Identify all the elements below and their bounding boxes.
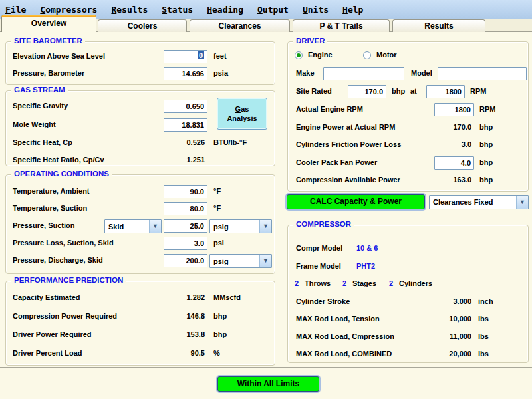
- within-all-limits-button[interactable]: Within All Limits: [217, 376, 319, 392]
- frame-model-value: PHT2: [356, 262, 375, 270]
- barometer-unit: psia: [213, 69, 228, 77]
- temp-suction-unit: °F: [213, 204, 221, 212]
- performance-prediction-group: PERFORMANCE PREDICTION Capacity Estimate…: [5, 281, 275, 366]
- chevron-down-icon: ▼: [259, 255, 271, 267]
- model-label: Model: [411, 69, 432, 77]
- capacity-estimated-label: Capacity Estimated: [13, 293, 80, 301]
- site-rated-rpm-input[interactable]: [426, 85, 465, 98]
- menu-status[interactable]: Status: [162, 5, 193, 15]
- specific-heat-ratio-label: Specific Heat Ratio, Cp/Cv: [13, 156, 104, 164]
- menu-file[interactable]: File: [5, 5, 26, 15]
- pressure-suction-unit-value: psig: [213, 223, 229, 231]
- gas-stream-title: GAS STREAM: [11, 86, 68, 94]
- fan-power-input[interactable]: [434, 156, 474, 170]
- model-input[interactable]: [438, 67, 527, 80]
- chevron-down-icon: ▼: [259, 220, 271, 233]
- engine-radio[interactable]: [295, 51, 303, 59]
- mole-weight-input[interactable]: [164, 118, 207, 132]
- driver-title: DRIVER: [293, 37, 327, 45]
- actual-rpm-label: Actual Engine RPM: [296, 105, 363, 113]
- available-power-label: Compression Available Power: [296, 176, 400, 184]
- gas-analysis-button[interactable]: Gas Analysis: [217, 98, 267, 130]
- pressure-discharge-unit-dropdown[interactable]: psig ▼: [209, 254, 272, 268]
- rod-tension-label: MAX Rod Load, Tension: [296, 315, 380, 323]
- driver-power-value: 153.8: [164, 331, 205, 338]
- driver-percent-load-label: Driver Percent Load: [13, 349, 82, 357]
- menu-heading[interactable]: Heading: [207, 5, 243, 15]
- frame-model-label: Frame Model: [296, 262, 341, 270]
- temp-ambient-label: Temperature, Ambient: [13, 187, 90, 195]
- compr-model-label: Compr Model: [296, 244, 342, 252]
- pressure-loss-label: Pressure Loss, Suction, Skid: [13, 239, 114, 247]
- engine-power-label: Engine Power at Actual RPM: [296, 123, 395, 131]
- actual-rpm-unit: RPM: [479, 105, 495, 113]
- throws-count: 2: [295, 279, 299, 287]
- pressure-loss-unit: psi: [213, 239, 224, 247]
- gas-analysis-line1: Gas: [217, 104, 267, 114]
- barometer-input[interactable]: [164, 67, 207, 80]
- rod-tension-value: 10,000: [414, 315, 471, 323]
- pressure-discharge-input[interactable]: [164, 254, 207, 267]
- specific-gravity-label: Specific Gravity: [13, 102, 68, 110]
- menu-units[interactable]: Units: [303, 5, 329, 15]
- specific-gravity-input[interactable]: [164, 100, 207, 113]
- chevron-down-icon: ▼: [149, 220, 161, 233]
- engine-power-unit: bhp: [479, 123, 493, 131]
- pressure-suction-input[interactable]: [164, 219, 207, 233]
- site-rated-rpm-unit: RPM: [470, 87, 486, 95]
- menu-compressors[interactable]: Compressors: [40, 5, 97, 15]
- clearances-mode-value: Clearances Fixed: [433, 198, 493, 206]
- motor-radio[interactable]: [363, 51, 371, 59]
- capacity-estimated-value: 1.282: [164, 293, 205, 301]
- calc-capacity-power-button[interactable]: CALC Capacity & Power: [287, 194, 425, 209]
- elevation-input[interactable]: 0: [164, 50, 207, 63]
- menu-help[interactable]: Help: [342, 5, 363, 15]
- mole-weight-label: Mole Weight: [13, 120, 56, 128]
- engine-power-value: 170.0: [414, 123, 471, 131]
- pressure-suction-ref-dropdown[interactable]: Skid ▼: [104, 219, 162, 233]
- engine-radio-label: Engine: [308, 51, 332, 59]
- performance-prediction-title: PERFORMANCE PREDICTION: [11, 276, 126, 284]
- elevation-selected-text: 0: [198, 51, 204, 59]
- rod-combined-label: MAX Rod Load, COMBINED: [296, 350, 392, 358]
- tab-clearances[interactable]: Clearances: [190, 19, 290, 32]
- motor-radio-label: Motor: [376, 51, 397, 59]
- tab-results[interactable]: Results: [392, 19, 485, 32]
- specific-heat-unit: BTU/lb-°F: [213, 138, 247, 146]
- make-input[interactable]: [323, 67, 404, 80]
- elevation-unit: feet: [213, 52, 227, 60]
- pressure-suction-label: Pressure, Suction: [13, 221, 75, 229]
- capacity-estimated-unit: MMscfd: [213, 293, 241, 301]
- friction-loss-label: Cylinders Friction Power Loss: [296, 140, 401, 148]
- menu-results[interactable]: Results: [111, 5, 148, 15]
- tab-coolers[interactable]: Coolers: [98, 19, 187, 32]
- available-power-value: 163.0: [414, 176, 471, 184]
- chevron-down-icon: ▼: [516, 196, 528, 209]
- pressure-suction-unit-dropdown[interactable]: psig ▼: [209, 219, 272, 233]
- stages-label: Stages: [352, 279, 376, 287]
- clearances-mode-dropdown[interactable]: Clearances Fixed ▼: [429, 195, 529, 209]
- compression-power-label: Compression Power Required: [13, 312, 117, 320]
- actual-rpm-input[interactable]: [434, 103, 474, 116]
- site-rated-at: at: [410, 87, 417, 95]
- cylinder-stroke-label: Cylinder Stroke: [296, 297, 350, 305]
- bottom-divider: [0, 367, 532, 368]
- menu-output[interactable]: Output: [257, 5, 289, 15]
- site-barometer-title: SITE BAROMETER: [11, 37, 85, 45]
- temp-ambient-input[interactable]: [164, 185, 207, 198]
- site-rated-power-input[interactable]: [348, 85, 386, 98]
- tab-pt-trails[interactable]: P & T Trails: [293, 19, 390, 32]
- barometer-label: Pressure, Barometer: [13, 69, 84, 77]
- temp-suction-input[interactable]: [164, 202, 207, 215]
- driver-percent-load-value: 90.5: [164, 349, 205, 357]
- compression-power-unit: bhp: [213, 312, 227, 320]
- compression-power-value: 146.8: [164, 312, 205, 320]
- compr-model-value: 10 & 6: [356, 244, 378, 252]
- tab-overview[interactable]: Overview: [1, 15, 96, 32]
- pressure-loss-input[interactable]: [164, 237, 207, 250]
- cylinder-stroke-unit: inch: [478, 297, 493, 305]
- make-label: Make: [296, 69, 315, 77]
- driver-group: DRIVER Engine Motor Make Model Site Rate…: [287, 41, 529, 192]
- compressor-title: COMPRESSOR: [293, 220, 354, 228]
- rod-combined-value: 20,000: [414, 350, 471, 358]
